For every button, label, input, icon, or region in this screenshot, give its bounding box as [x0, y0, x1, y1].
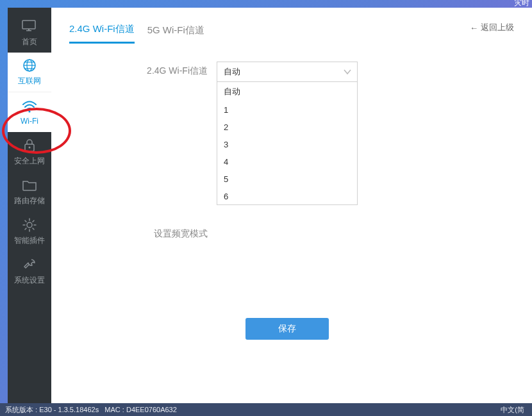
sidebar-item-home[interactable]: 首页: [8, 13, 51, 53]
sidebar-item-label: 智能插件: [14, 235, 45, 246]
back-link[interactable]: ← 返回上级: [470, 22, 514, 33]
svg-point-11: [27, 222, 32, 228]
arrow-left-icon: ←: [470, 23, 478, 33]
chevron-down-icon: [343, 67, 352, 76]
svg-line-18: [33, 220, 34, 222]
svg-point-8: [28, 110, 30, 112]
monitor-icon: [22, 19, 37, 34]
sidebar: 首页 互联网 Wi-Fi 安全上网 路由存储: [8, 8, 51, 403]
tab-5g[interactable]: 5G Wi-Fi信道: [147, 21, 204, 43]
channel-dropdown[interactable]: 自动 1 2 3 4 5 6: [217, 82, 358, 205]
sidebar-item-settings[interactable]: 系统设置: [8, 251, 51, 291]
save-button[interactable]: 保存: [245, 318, 329, 340]
sidebar-item-label: 路由存储: [14, 196, 45, 206]
sidebar-item-plugins[interactable]: 智能插件: [8, 212, 51, 251]
channel-option[interactable]: 2: [217, 119, 357, 136]
sidebar-item-storage[interactable]: 路由存储: [8, 172, 51, 212]
channel-option[interactable]: 5: [217, 171, 357, 188]
channel-option[interactable]: 4: [217, 153, 357, 171]
footer-lang[interactable]: 中文(简: [501, 405, 527, 415]
svg-line-17: [33, 228, 34, 229]
svg-line-19: [25, 228, 26, 229]
footer-left: 系统版本 : E30 - 1.3.5.18462s MAC : D4EE0760…: [5, 405, 177, 415]
tab-24g[interactable]: 2.4G Wi-Fi信道: [69, 19, 135, 44]
back-link-label: 返回上级: [481, 22, 514, 33]
sidebar-item-internet[interactable]: 互联网: [8, 53, 51, 92]
footer: 系统版本 : E30 - 1.3.5.18462s MAC : D4EE0760…: [0, 403, 532, 416]
channel-option[interactable]: 3: [217, 136, 357, 153]
svg-rect-0: [22, 21, 35, 29]
app-window: 首页 互联网 Wi-Fi 安全上网 路由存储: [8, 8, 532, 403]
sidebar-item-label: 互联网: [18, 76, 41, 87]
channel-selected-value: 自动: [224, 66, 240, 78]
channel-option[interactable]: 自动: [217, 82, 357, 101]
sidebar-item-label: 系统设置: [14, 275, 45, 286]
sidebar-item-label: Wi-Fi: [21, 117, 38, 126]
content-area: 2.4G Wi-Fi信道 5G Wi-Fi信道 ← 返回上级 2.4G Wi-F…: [51, 8, 532, 403]
channel-option[interactable]: 1: [217, 101, 357, 119]
svg-line-16: [25, 220, 26, 222]
svg-point-10: [29, 146, 31, 148]
channel-select[interactable]: 自动: [217, 62, 358, 82]
lock-icon: [22, 138, 37, 153]
sidebar-item-label: 首页: [22, 37, 37, 47]
globe-icon: [22, 58, 37, 73]
sidebar-item-label: 安全上网: [14, 156, 45, 167]
wrench-icon: [22, 257, 37, 272]
wifi-icon: [22, 99, 37, 114]
sidebar-item-security[interactable]: 安全上网: [8, 132, 51, 172]
sidebar-item-wifi[interactable]: Wi-Fi: [8, 92, 51, 132]
folder-icon: [22, 178, 37, 193]
svg-rect-2: [28, 29, 29, 31]
channel-option[interactable]: 6: [217, 188, 357, 205]
channel-label: 2.4G Wi-Fi信道: [69, 62, 217, 77]
sun-icon: [22, 217, 37, 233]
tabs: 2.4G Wi-Fi信道 5G Wi-Fi信道: [69, 19, 514, 44]
